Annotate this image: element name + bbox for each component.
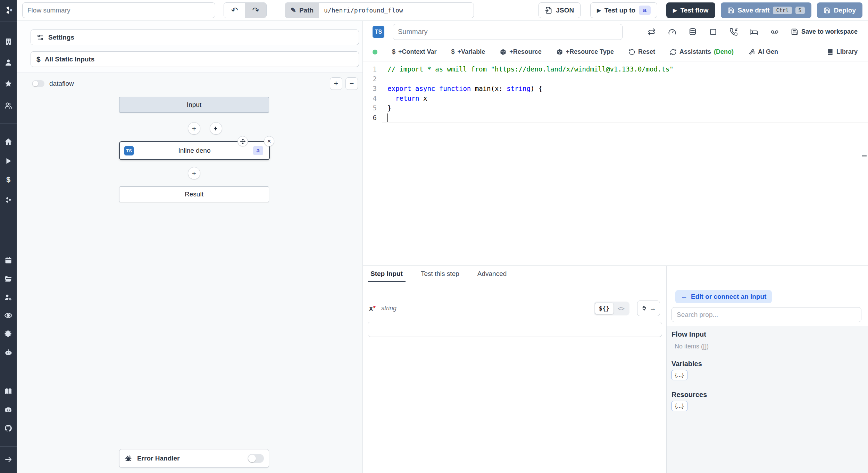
template-mode-button[interactable]: ${} (595, 303, 614, 314)
dollar-icon: $ (451, 48, 455, 56)
folders-icon[interactable] (4, 275, 12, 283)
zoom-out-button[interactable]: − (345, 77, 358, 90)
rotate-ccw-icon (628, 49, 635, 56)
ai-gen-button[interactable]: AI Gen (748, 48, 778, 56)
deploy-button[interactable]: Deploy (817, 2, 862, 18)
step-id-badge: a (639, 6, 651, 15)
delete-step-button[interactable]: × (264, 136, 274, 146)
add-resource-button[interactable]: +Resource (500, 48, 542, 56)
variables-dollar-icon[interactable]: $ (4, 176, 12, 184)
error-handler-node[interactable]: Error Handler (119, 449, 269, 468)
close-icon: × (267, 137, 271, 145)
search-prop-input[interactable] (671, 307, 861, 322)
plus-icon: + (192, 170, 196, 177)
tab-test-this-step[interactable]: Test this step (419, 266, 461, 282)
library-book-icon (827, 49, 834, 56)
expand-sidebar-arrow-icon[interactable] (4, 455, 12, 464)
mock-voicemail-icon[interactable] (770, 28, 779, 36)
runs-play-icon[interactable] (4, 157, 12, 165)
add-variable-button[interactable]: $+Variable (451, 48, 485, 56)
trigger-bolt-button[interactable] (210, 122, 222, 135)
windmill-logo-icon[interactable] (4, 6, 12, 14)
all-static-inputs-button[interactable]: $ All Static Inputs (31, 51, 359, 67)
code-editor[interactable]: 1// import * as wmill from "https://deno… (363, 61, 868, 265)
assistants-button[interactable]: Assistants (Deno) (670, 48, 734, 56)
retry-repeat-icon[interactable] (648, 28, 656, 36)
tab-advanced[interactable]: Advanced (476, 266, 508, 282)
insert-step-button[interactable]: + (188, 167, 200, 179)
add-context-var-button[interactable]: $+Context Var (392, 48, 437, 56)
connect-input-button[interactable]: → (637, 301, 660, 316)
flow-graph-panel: Settings $ All Static Inputs dataflow + … (17, 21, 363, 473)
argument-value-input[interactable] (368, 322, 662, 337)
test-up-to-button[interactable]: ▶ Test up to a (590, 2, 657, 18)
users-icon[interactable] (4, 101, 12, 110)
variables-title: Variables (671, 360, 702, 368)
schedules-calendar-icon[interactable] (4, 256, 12, 264)
flow-result-node[interactable]: Result (119, 186, 269, 202)
test-flow-button[interactable]: ▶ Test flow (666, 2, 715, 18)
topbar: ↶ ↷ ✎ Path JSON ▶ Test up to a ▶ Test fl… (17, 0, 868, 21)
concurrency-square-icon[interactable] (709, 28, 717, 36)
undo-redo-group: ↶ ↷ (224, 2, 267, 18)
library-button[interactable]: Library (827, 48, 858, 56)
plug-icon (641, 305, 648, 312)
sleep-bed-icon[interactable] (750, 28, 758, 36)
error-handler-toggle[interactable] (248, 454, 264, 463)
undo-icon: ↶ (231, 6, 238, 15)
resources-boxes-icon[interactable] (4, 196, 12, 204)
sidebar-divider (0, 22, 17, 22)
early-stop-gauge-icon[interactable] (668, 28, 676, 36)
github-icon[interactable] (4, 424, 12, 432)
connect-input-panel: ← Edit or connect an input Flow Input No… (666, 266, 868, 473)
graph-toolbar: dataflow + − (17, 77, 362, 90)
insert-step-button[interactable]: + (188, 122, 200, 135)
user-icon[interactable] (4, 58, 12, 67)
suspend-phone-incoming-icon[interactable] (729, 28, 738, 36)
save-icon (727, 7, 734, 14)
save-draft-button[interactable]: Save draft Ctrl S (721, 2, 811, 18)
redo-button[interactable]: ↷ (245, 3, 266, 18)
star-icon[interactable] (4, 79, 12, 88)
docs-book-icon[interactable] (4, 387, 12, 396)
resources-object-button[interactable]: {...} (671, 401, 687, 411)
move-icon (240, 138, 246, 144)
step-node-inline-deno[interactable]: TS Inline deno a (119, 141, 270, 160)
path-label[interactable]: ✎ Path (285, 3, 319, 18)
code-lines: 1// import * as wmill from "https://deno… (363, 64, 868, 123)
tab-step-input[interactable]: Step Input (369, 266, 404, 282)
save-to-workspace-button[interactable]: Save to workspace (791, 28, 858, 35)
audit-eye-icon[interactable] (4, 311, 12, 320)
dollar-icon: $ (392, 48, 395, 56)
cache-database-icon[interactable] (688, 28, 697, 36)
move-step-button[interactable] (237, 136, 248, 146)
reset-button[interactable]: Reset (628, 48, 655, 56)
sidebar-divider (0, 446, 17, 447)
zoom-in-button[interactable]: + (330, 77, 342, 90)
dataflow-toggle[interactable] (32, 80, 44, 87)
redo-icon: ↷ (252, 6, 259, 15)
path-field: ✎ Path (285, 2, 474, 18)
workers-bot-icon[interactable] (4, 348, 12, 357)
bolt-icon (213, 125, 219, 132)
undo-button[interactable]: ↶ (224, 3, 245, 18)
save-icon (791, 28, 798, 35)
flow-summary-input[interactable] (22, 2, 215, 18)
flow-input-node[interactable]: Input (119, 97, 269, 113)
assistants-lang: (Deno) (714, 48, 734, 56)
edit-or-connect-button[interactable]: ← Edit or connect an input (675, 290, 772, 303)
bug-icon (124, 455, 132, 463)
code-mode-button[interactable]: <> (614, 303, 628, 314)
groups-users-cog-icon[interactable] (4, 293, 12, 302)
editor-toolbar: $+Context Var $+Variable +Resource +Reso… (363, 43, 868, 61)
workspace-building-icon[interactable] (4, 37, 12, 46)
step-summary-input[interactable] (393, 24, 623, 40)
add-resource-type-button[interactable]: +Resource Type (556, 48, 614, 56)
variables-object-button[interactable]: {...} (671, 370, 687, 380)
flow-settings-button[interactable]: Settings (31, 29, 359, 45)
path-input[interactable] (319, 3, 474, 18)
home-icon[interactable] (4, 137, 12, 146)
discord-icon[interactable] (4, 406, 12, 414)
json-button[interactable]: JSON (539, 2, 581, 18)
settings-gear-icon[interactable] (4, 330, 12, 338)
